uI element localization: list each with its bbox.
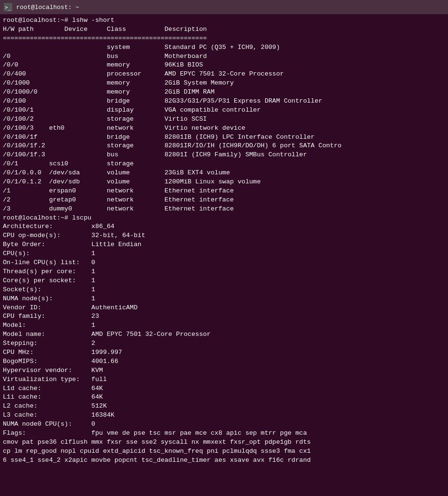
title-label: root@localhost: ~ (16, 4, 79, 11)
terminal-window: >_ root@localhost: ~ root@localhost:~# l… (0, 0, 448, 496)
title-bar: >_ root@localhost: ~ (0, 0, 448, 14)
svg-text:>_: >_ (5, 4, 11, 10)
terminal-content[interactable]: root@localhost:~# lshw -short H/W path D… (0, 14, 448, 467)
terminal-icon: >_ (4, 3, 12, 11)
